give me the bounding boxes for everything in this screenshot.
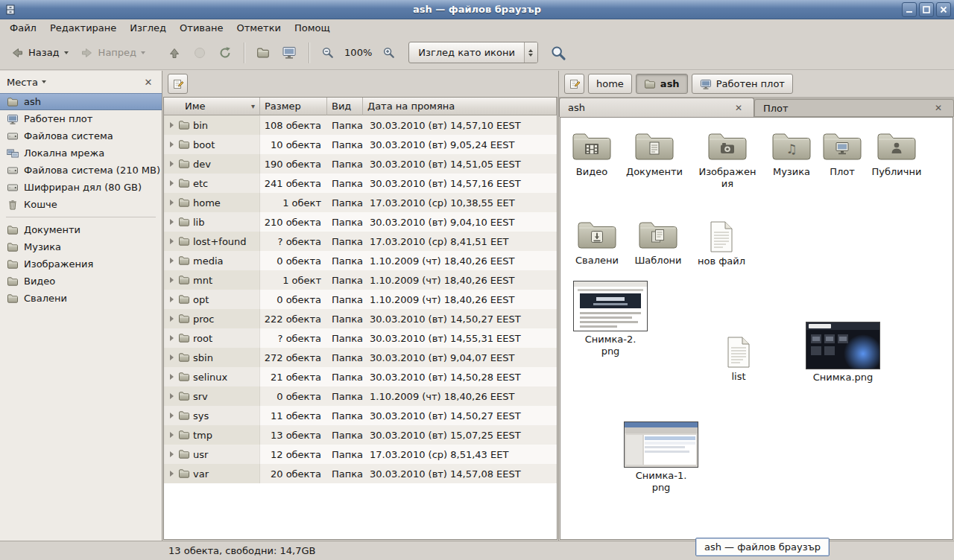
sidebar-item[interactable]: Шифриран дял (80 GB) <box>0 179 162 196</box>
expander-icon[interactable] <box>170 277 174 283</box>
file-icon-item[interactable]: Снимка-2. png <box>575 281 646 358</box>
cell-name[interactable]: srv <box>164 386 260 406</box>
sidebar-mode-chevron-icon[interactable] <box>42 80 46 83</box>
tab-close-icon[interactable]: ✕ <box>932 101 945 115</box>
sidebar-close-icon[interactable]: ✕ <box>142 75 155 89</box>
file-icon-item[interactable]: Шаблони <box>622 215 694 267</box>
icon-view[interactable]: ВидеоДокументиИзображен ия♫МузикаПлотПуб… <box>560 117 953 540</box>
expander-icon[interactable] <box>170 141 174 147</box>
expander-icon[interactable] <box>170 354 174 360</box>
file-icon-item[interactable]: Снимка-1. png <box>625 421 697 494</box>
maximize-button[interactable] <box>919 2 934 17</box>
tab[interactable]: ash✕ <box>559 98 754 117</box>
table-row[interactable]: usr12 обектаПапка17.03.2010 (ср) 8,51,43… <box>164 445 557 464</box>
expander-icon[interactable] <box>170 393 174 399</box>
location-toggle-button[interactable] <box>168 74 188 94</box>
expander-icon[interactable] <box>170 471 174 477</box>
cell-name[interactable]: mnt <box>164 270 260 290</box>
minimize-button[interactable] <box>902 2 917 17</box>
sidebar-title[interactable]: Места <box>7 77 38 88</box>
cell-name[interactable]: etc <box>164 174 260 193</box>
tab-close-icon[interactable]: ✕ <box>732 101 745 115</box>
titlebar[interactable]: ash — файлов браузър <box>0 0 954 19</box>
menu-item[interactable]: Редактиране <box>43 21 123 35</box>
table-row[interactable]: selinux21 обектаПапка30.03.2010 (вт) 14,… <box>164 367 557 386</box>
table-row[interactable]: tmp13 обектаПапка30.03.2010 (вт) 15,07,2… <box>164 425 557 445</box>
home-button[interactable] <box>250 42 276 64</box>
back-history-chevron-icon[interactable] <box>64 51 69 54</box>
expander-icon[interactable] <box>170 335 174 341</box>
sidebar-item[interactable]: Файлова система (210 MB) <box>0 162 162 179</box>
table-row[interactable]: var20 обектаПапка30.03.2010 (вт) 14,57,0… <box>164 464 557 483</box>
expander-icon[interactable] <box>170 432 174 438</box>
sidebar-item[interactable]: Документи <box>0 221 162 238</box>
forward-button[interactable]: Напред <box>75 42 151 64</box>
table-row[interactable]: proc222 обектаПапка30.03.2010 (вт) 14,50… <box>164 309 557 328</box>
menu-item[interactable]: Помощ <box>288 21 337 35</box>
cell-name[interactable]: sys <box>164 406 260 425</box>
zoom-out-button[interactable] <box>315 42 340 63</box>
breadcrumb-button[interactable]: ash <box>636 74 688 94</box>
expander-icon[interactable] <box>170 296 174 302</box>
cell-name[interactable]: home <box>164 193 260 212</box>
sidebar-item[interactable]: Локална мрежа <box>0 144 162 162</box>
cell-name[interactable]: opt <box>164 290 260 309</box>
sidebar-item[interactable]: Свалени <box>0 290 162 307</box>
table-row[interactable]: etc241 обектаПапка30.03.2010 (вт) 14,57,… <box>164 174 557 193</box>
location-toggle-button[interactable] <box>564 74 584 94</box>
cell-name[interactable]: lost+found <box>164 232 260 251</box>
table-row[interactable]: sbin272 обектаПапка30.03.2010 (вт) 9,04,… <box>164 348 557 367</box>
menu-item[interactable]: Изглед <box>123 21 173 35</box>
file-icon-item[interactable]: list <box>703 331 774 383</box>
cell-name[interactable]: tmp <box>164 425 260 445</box>
up-button[interactable] <box>162 42 187 64</box>
table-row[interactable]: sys11 обектаПапка30.03.2010 (вт) 14,50,2… <box>164 406 557 425</box>
table-row[interactable]: opt0 обектаПапка1.10.2009 (чт) 18,40,26 … <box>164 290 557 309</box>
sidebar-item[interactable]: Кошче <box>0 196 162 213</box>
table-row[interactable]: lost+found? обектаПапка17.03.2010 (ср) 8… <box>164 232 557 251</box>
table-row[interactable]: boot10 обектаПапка30.03.2010 (вт) 9,05,2… <box>164 135 557 154</box>
cell-name[interactable]: var <box>164 464 260 483</box>
cell-name[interactable]: root <box>164 328 260 348</box>
table-row[interactable]: media0 обектаПапка1.10.2009 (чт) 18,40,2… <box>164 251 557 270</box>
view-mode-select[interactable]: Изглед като икони <box>408 42 538 63</box>
sidebar-item[interactable]: Файлова система <box>0 127 162 144</box>
sidebar-item[interactable]: Музика <box>0 238 162 255</box>
zoom-in-button[interactable] <box>376 42 401 63</box>
table-row[interactable]: home1 обектПапка17.03.2010 (ср) 10,38,55… <box>164 193 557 212</box>
reload-button[interactable] <box>212 42 238 64</box>
file-icon-item[interactable]: Изображен ия <box>692 127 763 191</box>
expander-icon[interactable] <box>170 219 174 225</box>
expander-icon[interactable] <box>170 161 174 167</box>
expander-icon[interactable] <box>170 180 174 186</box>
sidebar-item[interactable]: Видео <box>0 273 162 290</box>
file-icon-item[interactable]: Документи <box>619 127 690 178</box>
column-header[interactable]: Дата на промяна <box>363 98 557 115</box>
file-icon-item[interactable]: нов файл <box>686 216 757 267</box>
table-row[interactable]: dev190 обектаПапка30.03.2010 (вт) 14,51,… <box>164 154 557 174</box>
breadcrumb-button[interactable]: home <box>588 74 632 94</box>
sidebar-item[interactable]: Изображения <box>0 255 162 273</box>
sidebar-item[interactable]: ash <box>0 93 162 110</box>
expander-icon[interactable] <box>170 413 174 419</box>
close-button[interactable] <box>936 2 951 17</box>
breadcrumb-button[interactable]: Работен плот <box>692 74 793 94</box>
table-row[interactable]: mnt1 обектПапка1.10.2009 (чт) 18,40,26 E… <box>164 270 557 290</box>
menu-item[interactable]: Отметки <box>230 21 287 35</box>
file-icon-item[interactable]: Публични <box>861 127 932 178</box>
combo-spinner[interactable] <box>524 42 537 63</box>
expander-icon[interactable] <box>170 258 174 264</box>
expander-icon[interactable] <box>170 200 174 206</box>
file-icon-item[interactable]: Снимка.png <box>807 322 879 384</box>
search-button[interactable] <box>547 42 569 64</box>
cell-name[interactable]: media <box>164 251 260 270</box>
expander-icon[interactable] <box>170 316 174 322</box>
sidebar-item[interactable]: Работен плот <box>0 110 162 127</box>
stop-button[interactable] <box>187 42 212 64</box>
back-button[interactable]: Назад <box>4 42 75 64</box>
table-row[interactable]: bin108 обектаПапка30.03.2010 (вт) 14,57,… <box>164 115 557 135</box>
table-row[interactable]: srv0 обектаПапка1.10.2009 (чт) 18,40,26 … <box>164 386 557 406</box>
table-row[interactable]: lib210 обектаПапка30.03.2010 (вт) 9,04,1… <box>164 212 557 232</box>
column-header[interactable]: Вид <box>327 98 363 115</box>
file-icon-item[interactable]: Видео <box>560 127 628 178</box>
